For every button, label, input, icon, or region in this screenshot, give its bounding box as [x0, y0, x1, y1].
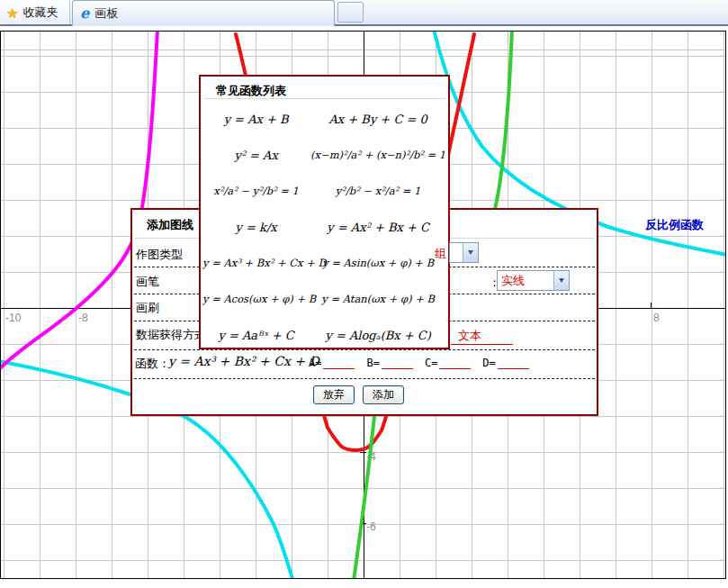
formula-table: y = Ax + B Ax + By + C = 0 y² = Ax (x−m)…	[202, 101, 446, 353]
dropdown-button[interactable]	[553, 271, 569, 290]
parameter-inputs: A= B= C= D=	[309, 357, 541, 369]
function-formula: y = Ax³ + Bx² + Cx + D	[168, 354, 319, 368]
formula-row: y = Acos(ωx + φ) + B y = Atan(ωx + φ) + …	[202, 281, 446, 317]
ie-icon: e	[80, 6, 89, 21]
chevron-down-icon	[468, 250, 473, 255]
formula[interactable]: y = Atan(ωx + φ) + B	[310, 293, 446, 305]
favorites-button[interactable]: ★ 收藏夹	[0, 1, 70, 24]
formula-row: y² = Ax (x−m)²/a² + (x−n)²/b² = 1	[202, 137, 446, 173]
data-source-label: 数据获得方式	[136, 327, 208, 343]
formula-row: x²/a² − y²/b² = 1 y²/b² − x²/a² = 1	[202, 173, 446, 209]
cancel-button[interactable]: 放弃	[313, 385, 355, 404]
formula[interactable]: y = Aaᴮˣ + C	[202, 329, 310, 342]
formula[interactable]: y² = Ax	[202, 149, 310, 162]
formula[interactable]: y = k/x	[202, 221, 310, 234]
formula-row: y = k/x y = Ax² + Bx + C	[202, 209, 446, 245]
favorites-star-icon: ★	[6, 6, 18, 20]
function-label: 函数：	[135, 356, 170, 372]
add-dialog-title: 添加图线	[147, 217, 193, 233]
formula[interactable]: x²/a² − y²/b² = 1	[202, 185, 310, 197]
function-list-dialog: 常见函数列表 y = Ax + B Ax + By + C = 0 y² = A…	[199, 75, 450, 349]
pen-style-dropdown[interactable]: 实线	[497, 270, 570, 291]
plot-type-dropdown[interactable]	[449, 242, 479, 263]
dropdown-button[interactable]	[463, 243, 478, 262]
param-d-label: D=	[482, 357, 495, 369]
pen-style-value: 实线	[498, 273, 525, 289]
formula[interactable]: (x−m)²/a² + (x−n)²/b² = 1	[310, 149, 446, 161]
formula[interactable]: y = Ax³ + Bx² + Cx + D	[202, 257, 310, 269]
brush-label: 画刷	[136, 300, 159, 316]
param-c-label: C=	[425, 357, 437, 369]
favorites-label: 收藏夹	[22, 5, 58, 21]
formula[interactable]: Ax + By + C = 0	[310, 113, 446, 126]
param-b: B=	[366, 357, 412, 369]
param-b-input[interactable]	[382, 357, 413, 369]
formula-row: y = Aaᴮˣ + C y = Alogₐ(Bx + C)	[202, 317, 446, 353]
param-a-input[interactable]	[323, 357, 355, 369]
formula[interactable]: y²/b² − x²/a² = 1	[310, 185, 446, 197]
formula[interactable]: y = Acos(ωx + φ) + B	[202, 293, 310, 305]
param-b-label: B=	[366, 357, 379, 369]
title-separator	[203, 98, 445, 99]
data-source-text-link[interactable]: 文本	[458, 328, 481, 344]
formula-row: y = Ax + B Ax + By + C = 0	[202, 101, 446, 137]
formula[interactable]: y = Ax + B	[202, 113, 310, 126]
formula[interactable]: y = Asin(ωx + φ) + B	[310, 257, 446, 269]
text-link-underline	[451, 344, 513, 345]
curve-annotation-label: 反比例函数	[645, 217, 704, 233]
tab-drawing-board[interactable]: e 画板	[72, 0, 335, 26]
param-c: C=	[425, 357, 471, 369]
chevron-down-icon	[559, 278, 564, 283]
param-d: D=	[482, 357, 528, 369]
plot-type-value-fragment: 组	[435, 246, 446, 262]
app-window: ★ 收藏夹 e 画板 -10 -8 8 -4 -6 反比例函数 添加图线	[0, 0, 728, 588]
param-a: A=	[309, 357, 355, 369]
plot-type-label: 作图类型	[136, 247, 183, 263]
param-c-input[interactable]	[439, 357, 471, 369]
new-tab-button[interactable]	[337, 2, 364, 23]
formula[interactable]: y = Alogₐ(Bx + C)	[310, 329, 446, 342]
tab-title: 画板	[94, 5, 118, 22]
formula-row: y = Ax³ + Bx² + Cx + D y = Asin(ωx + φ) …	[202, 245, 446, 281]
row-divider	[134, 378, 595, 379]
param-a-label: A=	[309, 357, 321, 369]
browser-tab-bar: ★ 收藏夹 e 画板	[0, 0, 728, 26]
param-d-input[interactable]	[498, 357, 529, 369]
formula[interactable]: y = Ax² + Bx + C	[310, 221, 446, 234]
add-button[interactable]: 添加	[363, 385, 404, 404]
pen-label: 画笔	[136, 274, 159, 290]
function-list-title: 常见函数列表	[216, 83, 286, 99]
